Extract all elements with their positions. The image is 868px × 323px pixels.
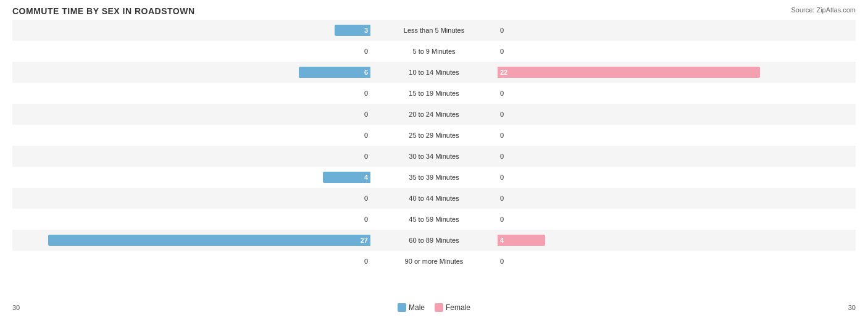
row-label: 5 to 9 Minutes [370, 48, 498, 55]
female-value: 22 [500, 69, 507, 76]
female-section: 0 [498, 20, 856, 41]
chart-row: 090 or more Minutes0 [12, 251, 856, 272]
female-value: 4 [500, 237, 504, 244]
bar-male: 4 [323, 172, 370, 183]
male-section: 0 [12, 41, 370, 62]
chart-row: 015 to 19 Minutes0 [12, 83, 856, 104]
chart-area: 3Less than 5 Minutes005 to 9 Minutes0610… [12, 20, 856, 312]
chart-container: COMMUTE TIME BY SEX IN ROADSTOWN Source:… [0, 0, 868, 323]
male-section: 0 [12, 209, 370, 230]
legend-female: Female [435, 303, 470, 312]
male-zero-value: 0 [364, 216, 370, 223]
female-zero-value: 0 [498, 195, 504, 202]
female-zero-value: 0 [498, 132, 504, 139]
chart-row: 2760 to 89 Minutes4 [12, 230, 856, 251]
rows-wrapper: 3Less than 5 Minutes005 to 9 Minutes0610… [12, 20, 856, 301]
bar-male: 6 [299, 67, 370, 78]
male-section: 0 [12, 146, 370, 167]
female-zero-value: 0 [498, 216, 504, 223]
chart-row: 020 to 24 Minutes0 [12, 104, 856, 125]
row-label: 60 to 89 Minutes [370, 237, 498, 244]
male-section: 27 [12, 230, 370, 251]
chart-row: 045 to 59 Minutes0 [12, 209, 856, 230]
legend-female-label: Female [446, 303, 470, 312]
row-label: 35 to 39 Minutes [370, 174, 498, 181]
bottom-labels: 30 Male Female 30 [12, 303, 856, 312]
male-section: 0 [12, 83, 370, 104]
female-zero-value: 0 [498, 174, 504, 181]
scale-left: 30 [12, 304, 20, 311]
female-section: 4 [498, 230, 856, 251]
legend-male-box [398, 303, 406, 312]
row-label: 45 to 59 Minutes [370, 216, 498, 223]
male-section: 0 [12, 104, 370, 125]
male-section: 0 [12, 251, 370, 272]
legend-male: Male [398, 303, 425, 312]
male-zero-value: 0 [364, 195, 370, 202]
male-section: 0 [12, 125, 370, 146]
male-value: 4 [364, 174, 368, 181]
chart-row: 025 to 29 Minutes0 [12, 125, 856, 146]
male-section: 0 [12, 188, 370, 209]
chart-row: 05 to 9 Minutes0 [12, 41, 856, 62]
male-zero-value: 0 [364, 90, 370, 97]
scale-right: 30 [848, 304, 856, 311]
chart-row: 610 to 14 Minutes22 [12, 62, 856, 83]
row-label: 20 to 24 Minutes [370, 111, 498, 118]
female-section: 0 [498, 167, 856, 188]
bar-female: 22 [498, 67, 760, 78]
source-text: Source: ZipAtlas.com [791, 6, 856, 14]
male-zero-value: 0 [364, 48, 370, 55]
chart-row: 3Less than 5 Minutes0 [12, 20, 856, 41]
legend-female-box [435, 303, 443, 312]
male-value: 6 [364, 69, 368, 76]
male-section: 3 [12, 20, 370, 41]
row-label: 15 to 19 Minutes [370, 90, 498, 97]
female-section: 0 [498, 188, 856, 209]
row-label: 90 or more Minutes [370, 258, 498, 265]
female-section: 0 [498, 83, 856, 104]
female-section: 0 [498, 251, 856, 272]
chart-row: 040 to 44 Minutes0 [12, 188, 856, 209]
male-value: 3 [364, 27, 368, 34]
male-zero-value: 0 [364, 153, 370, 160]
male-zero-value: 0 [364, 258, 370, 265]
male-zero-value: 0 [364, 132, 370, 139]
row-label: 25 to 29 Minutes [370, 132, 498, 139]
male-value: 27 [361, 237, 368, 244]
male-section: 6 [12, 62, 370, 83]
female-zero-value: 0 [498, 258, 504, 265]
legend-male-label: Male [409, 303, 425, 312]
bar-male: 27 [48, 235, 370, 246]
row-label: 30 to 34 Minutes [370, 153, 498, 160]
female-section: 22 [498, 62, 856, 83]
female-section: 0 [498, 209, 856, 230]
female-zero-value: 0 [498, 153, 504, 160]
female-section: 0 [498, 146, 856, 167]
male-zero-value: 0 [364, 111, 370, 118]
row-label: 10 to 14 Minutes [370, 69, 498, 76]
legend: Male Female [398, 303, 470, 312]
female-zero-value: 0 [498, 27, 504, 34]
female-zero-value: 0 [498, 48, 504, 55]
male-section: 4 [12, 167, 370, 188]
chart-title: COMMUTE TIME BY SEX IN ROADSTOWN [12, 6, 856, 16]
chart-row: 435 to 39 Minutes0 [12, 167, 856, 188]
female-zero-value: 0 [498, 90, 504, 97]
row-label: Less than 5 Minutes [370, 27, 498, 34]
female-zero-value: 0 [498, 111, 504, 118]
bar-male: 3 [335, 25, 370, 36]
female-section: 0 [498, 125, 856, 146]
female-section: 0 [498, 104, 856, 125]
chart-row: 030 to 34 Minutes0 [12, 146, 856, 167]
female-section: 0 [498, 41, 856, 62]
bar-female: 4 [498, 235, 545, 246]
row-label: 40 to 44 Minutes [370, 195, 498, 202]
